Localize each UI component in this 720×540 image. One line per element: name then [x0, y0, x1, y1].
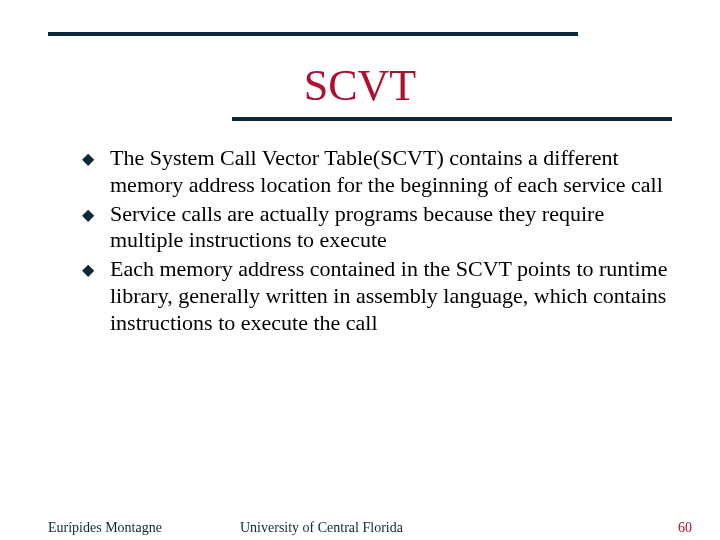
bullet-text: The System Call Vector Table(SCVT) conta… — [110, 145, 663, 197]
content-area: ◆ The System Call Vector Table(SCVT) con… — [48, 145, 672, 337]
diamond-bullet-icon: ◆ — [82, 260, 94, 280]
diamond-bullet-icon: ◆ — [82, 149, 94, 169]
slide-title: SCVT — [48, 60, 672, 111]
footer-page-number: 60 — [678, 520, 692, 536]
bullet-text: Each memory address contained in the SCV… — [110, 256, 667, 335]
footer-affiliation: University of Central Florida — [240, 520, 403, 536]
slide: SCVT ◆ The System Call Vector Table(SCVT… — [0, 0, 720, 540]
footer-author: Eurípides Montagne — [48, 520, 162, 536]
diamond-bullet-icon: ◆ — [82, 205, 94, 225]
top-divider — [48, 32, 578, 36]
list-item: ◆ Each memory address contained in the S… — [82, 256, 672, 336]
title-divider-wrap — [48, 117, 672, 121]
bullet-text: Service calls are actually programs beca… — [110, 201, 604, 253]
title-divider — [232, 117, 672, 121]
list-item: ◆ Service calls are actually programs be… — [82, 201, 672, 255]
list-item: ◆ The System Call Vector Table(SCVT) con… — [82, 145, 672, 199]
